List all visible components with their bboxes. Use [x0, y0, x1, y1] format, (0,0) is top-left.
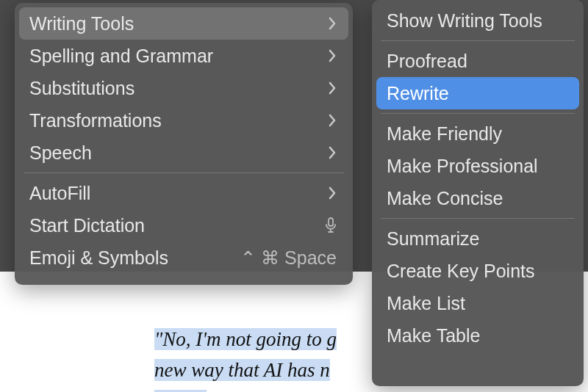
- menu-item-transformations[interactable]: Transformations: [19, 104, 348, 137]
- chevron-right-icon: [328, 81, 337, 95]
- chevron-right-icon: [328, 186, 337, 200]
- selected-text: new way that AI has n: [154, 359, 330, 381]
- menu-item-label: Speech: [29, 142, 92, 164]
- submenu-item-make-list[interactable]: Make List: [376, 287, 579, 319]
- keyboard-shortcut: ⌃ ⌘ Space: [240, 247, 337, 269]
- context-menu[interactable]: Writing Tools Spelling and Grammar Subst…: [15, 3, 353, 285]
- microphone-icon: [325, 217, 337, 233]
- selected-text: as the: [154, 390, 207, 392]
- submenu-item-show-writing-tools[interactable]: Show Writing Tools: [376, 4, 579, 37]
- menu-item-start-dictation[interactable]: Start Dictation: [19, 209, 348, 242]
- menu-item-label: Make Friendly: [387, 123, 502, 145]
- menu-item-label: Rewrite: [387, 83, 449, 104]
- chevron-right-icon: [328, 146, 337, 159]
- chevron-right-icon: [328, 114, 337, 127]
- menu-item-label: Make Professional: [387, 156, 538, 177]
- menu-item-label: Create Key Points: [387, 261, 535, 282]
- menu-separator: [381, 40, 575, 41]
- menu-item-autofill[interactable]: AutoFill: [19, 177, 348, 209]
- menu-item-label: Proofread: [387, 51, 467, 72]
- menu-item-emoji-and-symbols[interactable]: Emoji & Symbols ⌃ ⌘ Space: [19, 242, 348, 274]
- submenu-item-make-friendly[interactable]: Make Friendly: [376, 117, 579, 150]
- menu-item-label: Show Writing Tools: [387, 10, 542, 32]
- menu-item-label: Transformations: [29, 110, 162, 131]
- menu-item-label: Substitutions: [29, 78, 135, 99]
- menu-item-speech[interactable]: Speech: [19, 137, 348, 169]
- menu-item-label: Emoji & Symbols: [29, 247, 168, 269]
- chevron-right-icon: [328, 17, 337, 30]
- menu-separator: [24, 173, 344, 173]
- submenu-item-summarize[interactable]: Summarize: [376, 222, 579, 255]
- menu-item-label: Make List: [387, 293, 465, 314]
- menu-item-label: Spelling and Grammar: [29, 46, 213, 67]
- menu-item-label: AutoFill: [29, 183, 90, 204]
- svg-rect-0: [329, 218, 333, 226]
- menu-item-label: Start Dictation: [29, 215, 145, 236]
- menu-separator: [381, 218, 575, 219]
- menu-item-label: Make Concise: [387, 188, 503, 209]
- menu-item-writing-tools[interactable]: Writing Tools: [19, 7, 348, 40]
- submenu-writing-tools[interactable]: Show Writing Tools Proofread Rewrite Mak…: [372, 0, 584, 386]
- menu-item-label: Writing Tools: [29, 13, 134, 35]
- menu-item-label: Make Table: [387, 325, 480, 346]
- submenu-item-proofread[interactable]: Proofread: [376, 45, 579, 77]
- submenu-item-create-key-points[interactable]: Create Key Points: [376, 255, 579, 287]
- menu-item-label: Summarize: [387, 228, 479, 250]
- chevron-right-icon: [328, 49, 337, 62]
- submenu-item-rewrite[interactable]: Rewrite: [376, 77, 579, 109]
- submenu-item-make-professional[interactable]: Make Professional: [376, 150, 579, 182]
- menu-item-spelling-and-grammar[interactable]: Spelling and Grammar: [19, 40, 348, 72]
- menu-separator: [381, 113, 575, 114]
- submenu-item-make-table[interactable]: Make Table: [376, 319, 579, 352]
- selected-text: "No, I'm not going to g: [154, 328, 337, 350]
- menu-item-substitutions[interactable]: Substitutions: [19, 72, 348, 104]
- submenu-item-make-concise[interactable]: Make Concise: [376, 182, 579, 214]
